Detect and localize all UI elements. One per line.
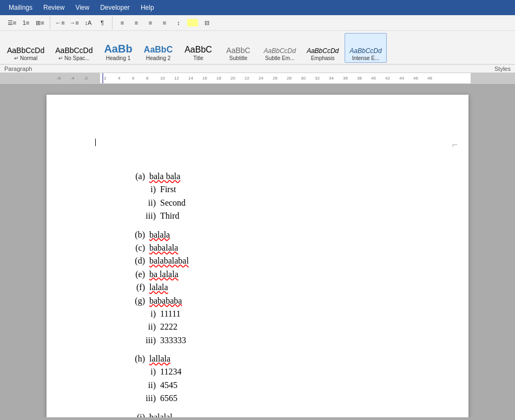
item-g-label: (g) bbox=[117, 295, 149, 307]
document-page[interactable]: ⌐ (a) bala bala i) First ii) Second bbox=[47, 95, 468, 417]
style-intense-e[interactable]: AaBbCcDd Intense E... bbox=[345, 33, 386, 63]
list-item-b: (b) balala bbox=[117, 229, 420, 241]
ruler-mark: 8 bbox=[146, 76, 148, 81]
section-labels-bar: Paragraph Styles bbox=[0, 64, 515, 73]
item-g-iii-label: iii) bbox=[138, 334, 160, 346]
ruler-mark: 42 bbox=[385, 76, 390, 81]
list-item-a: (a) bala bala i) First ii) Second iii) T… bbox=[117, 170, 420, 222]
style-heading2[interactable]: AaBbC Heading 2 bbox=[139, 33, 178, 63]
item-a-label: (a) bbox=[117, 170, 149, 182]
item-a-iii-label: iii) bbox=[138, 210, 160, 222]
ruler-mark: 48 bbox=[427, 76, 432, 81]
align-group: ≡ ≡ ≡ ≡ ↕ ⊟ bbox=[113, 16, 216, 29]
item-g-i-label: i) bbox=[138, 308, 160, 320]
decrease-indent-button[interactable]: ←≡ bbox=[54, 16, 67, 29]
item-h-ii-label: ii) bbox=[138, 379, 160, 391]
item-g-ii-text: 2222 bbox=[160, 321, 177, 333]
item-h-i-text: 11234 bbox=[160, 366, 181, 378]
list-buttons-group: ☰≡ 1≡ ⊞≡ bbox=[2, 16, 50, 29]
list-item-f: (f) lalala bbox=[117, 281, 420, 293]
item-f-text: lalala bbox=[149, 281, 420, 293]
item-h-ii-text: 4545 bbox=[160, 379, 177, 391]
style-normal[interactable]: AaBbCcDd ↵ Normal bbox=[2, 33, 49, 63]
item-d-label: (d) bbox=[117, 255, 149, 267]
item-a-i-label: i) bbox=[138, 183, 160, 195]
item-c-label: (c) bbox=[117, 242, 149, 254]
ruler-cursor-indicator bbox=[102, 73, 103, 83]
item-h-i-label: i) bbox=[138, 366, 160, 378]
shading-button[interactable] bbox=[187, 19, 198, 27]
menu-help[interactable]: Help bbox=[136, 3, 159, 12]
document-area[interactable]: ⌐ (a) bala bala i) First ii) Second bbox=[0, 84, 515, 417]
ruler-mark: 22 bbox=[245, 76, 249, 81]
align-left-button[interactable]: ≡ bbox=[116, 16, 129, 29]
item-b-label: (b) bbox=[117, 229, 149, 241]
item-f-label: (f) bbox=[117, 281, 149, 293]
menu-developer[interactable]: Developer bbox=[96, 3, 134, 12]
corner-mark-top-right: ⌐ bbox=[452, 138, 458, 152]
ruler: -6 -4 -2 2 4 6 8 10 12 14 16 18 20 22 24… bbox=[0, 73, 515, 84]
ruler-mark: 6 bbox=[132, 76, 134, 81]
menu-mailings[interactable]: Mailings bbox=[4, 3, 37, 12]
ruler-mark: 28 bbox=[287, 76, 292, 81]
borders-button[interactable]: ⊟ bbox=[200, 16, 213, 29]
item-i-text: balalal bbox=[149, 411, 420, 417]
style-title[interactable]: AaBbC Title bbox=[179, 33, 218, 63]
style-heading1[interactable]: AaBb Heading 1 bbox=[99, 33, 138, 63]
ruler-mark: 10 bbox=[160, 76, 165, 81]
show-formatting-button[interactable]: ¶ bbox=[96, 16, 109, 29]
increase-indent-button[interactable]: →≡ bbox=[68, 16, 81, 29]
ruler-mark: -2 bbox=[84, 76, 88, 81]
paragraph-label: Paragraph bbox=[4, 65, 32, 72]
ruler-mark: 18 bbox=[216, 76, 221, 81]
ruler-mark: 2 bbox=[104, 76, 106, 81]
item-d-text: balabalabal bbox=[149, 255, 420, 267]
ruler-mark: -4 bbox=[70, 76, 74, 81]
ruler-mark: 46 bbox=[413, 76, 418, 81]
item-g-i-text: 11111 bbox=[160, 308, 181, 320]
document-content: (a) bala bala i) First ii) Second iii) T… bbox=[117, 170, 420, 417]
item-c-text: babalala bbox=[149, 242, 420, 254]
ruler-mark: 4 bbox=[118, 76, 120, 81]
multilevel-list-button[interactable]: ⊞≡ bbox=[34, 16, 47, 29]
align-center-button[interactable]: ≡ bbox=[130, 16, 143, 29]
item-e-text: ba lalala bbox=[149, 268, 420, 280]
menu-review[interactable]: Review bbox=[39, 3, 69, 12]
ruler-mark: 30 bbox=[301, 76, 306, 81]
styles-label: Styles bbox=[494, 65, 511, 72]
ruler-mark: 12 bbox=[174, 76, 179, 81]
align-right-button[interactable]: ≡ bbox=[144, 16, 157, 29]
ruler-mark: 20 bbox=[230, 76, 235, 81]
ruler-mark: 34 bbox=[329, 76, 334, 81]
sort-button[interactable]: ↕A bbox=[82, 16, 95, 29]
menu-view[interactable]: View bbox=[71, 3, 94, 12]
page-cursor bbox=[95, 137, 96, 147]
ruler-mark: 44 bbox=[399, 76, 404, 81]
ruler-mark: 16 bbox=[202, 76, 207, 81]
item-b-text: balala bbox=[149, 229, 420, 241]
style-no-spacing[interactable]: AaBbCcDd ↵ No Spac... bbox=[50, 33, 97, 63]
item-h-text: lallala bbox=[149, 353, 420, 365]
style-subtitle[interactable]: AaBbC Subtitle bbox=[219, 33, 258, 63]
list-item-i: (i) balalal i) wwert ii) ytyrht iii) bdb… bbox=[117, 411, 420, 417]
item-h-label: (h) bbox=[117, 353, 149, 365]
justify-button[interactable]: ≡ bbox=[158, 16, 171, 29]
list-item-d: (d) balabalabal bbox=[117, 255, 420, 267]
bullet-list-button[interactable]: ☰≡ bbox=[5, 16, 18, 29]
styles-row: AaBbCcDd ↵ Normal AaBbCcDd ↵ No Spac... … bbox=[0, 31, 515, 64]
item-g-ii-label: ii) bbox=[138, 321, 160, 333]
toolbar-row1: ☰≡ 1≡ ⊞≡ ←≡ →≡ ↕A ¶ ≡ ≡ ≡ ≡ ↕ ⊟ bbox=[0, 15, 515, 31]
item-a-ii-label: ii) bbox=[138, 197, 160, 209]
item-a-iii-text: Third bbox=[160, 210, 180, 222]
list-item-e: (e) ba lalala bbox=[117, 268, 420, 280]
numbered-list-button[interactable]: 1≡ bbox=[19, 16, 32, 29]
style-subtle-em[interactable]: AaBbCcDd Subtle Em... bbox=[259, 33, 301, 63]
menu-bar: Mailings Review View Developer Help bbox=[0, 0, 515, 15]
list-item-c: (c) babalala bbox=[117, 242, 420, 254]
list-item-g: (g) babababa i) 11111 ii) 2222 iii) 3333… bbox=[117, 295, 420, 347]
style-emphasis[interactable]: AaBbCcDd Emphasis bbox=[302, 33, 344, 63]
item-g-iii-text: 333333 bbox=[160, 334, 186, 346]
item-i-label: (i) bbox=[117, 411, 149, 417]
line-spacing-button[interactable]: ↕ bbox=[172, 16, 185, 29]
item-a-i-text: First bbox=[160, 183, 176, 195]
